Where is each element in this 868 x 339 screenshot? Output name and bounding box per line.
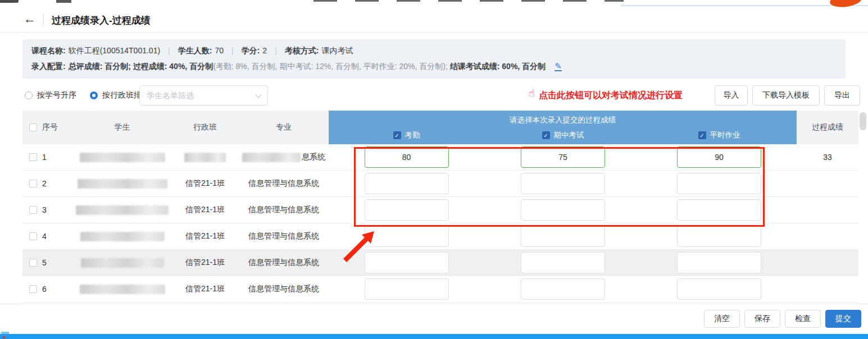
- column-toggle-attendance[interactable]: ✓考勤: [329, 126, 484, 144]
- score-cell: [329, 144, 484, 170]
- row-class: 信管21-1班: [171, 250, 239, 276]
- redacted-student-name: [76, 205, 169, 215]
- row-select-cell: [29, 250, 40, 276]
- row-pad: [22, 250, 29, 276]
- redacted-student-name: [78, 179, 167, 189]
- row-seq: 6: [40, 276, 73, 302]
- row-process-score: [797, 250, 858, 276]
- row-select-cell: [29, 276, 40, 302]
- clear-button[interactable]: 清空: [704, 310, 740, 328]
- score-input-attendance[interactable]: [365, 199, 449, 221]
- row-checkbox[interactable]: [29, 153, 37, 161]
- score-input-homework[interactable]: [677, 199, 761, 221]
- radio-sort-by-id-label[interactable]: 按学号升序: [37, 90, 76, 100]
- footer-divider: [0, 304, 868, 304]
- score-cell: [484, 144, 642, 170]
- score-cell: [329, 197, 484, 223]
- column-toggle-homework[interactable]: ✓平时作业: [642, 126, 797, 144]
- page-title: 过程成绩录入-过程成绩: [52, 14, 151, 27]
- row-checkbox[interactable]: [29, 285, 37, 293]
- redacted-student-name: [80, 153, 165, 162]
- score-input-homework[interactable]: [677, 226, 761, 247]
- score-group-header: 请选择本次录入提交的过程成绩 ✓考勤 ✓期中考试 ✓平时作业: [329, 111, 797, 144]
- separator: |: [275, 46, 277, 55]
- row-select-cell: [29, 171, 40, 196]
- score-input-midterm[interactable]: [521, 173, 605, 194]
- redacted-student-name: [80, 232, 165, 241]
- score-input-attendance[interactable]: [365, 146, 449, 168]
- row-class: 信管21-1班: [171, 276, 239, 302]
- submit-button[interactable]: 提交: [825, 310, 861, 328]
- attendance-checkbox[interactable]: ✓: [393, 131, 401, 139]
- student-filter-select[interactable]: 学生名单筛选: [139, 85, 268, 106]
- midterm-checkbox[interactable]: ✓: [542, 131, 550, 139]
- row-student: [73, 223, 171, 249]
- score-input-midterm[interactable]: [521, 146, 605, 168]
- score-input-midterm[interactable]: [521, 252, 605, 273]
- row-student: [73, 171, 171, 196]
- table-row: 3信管21-1班信息管理与信息系统: [22, 197, 858, 223]
- score-input-attendance[interactable]: [365, 252, 449, 273]
- check-button[interactable]: 检查: [785, 310, 821, 328]
- redacted-major: [242, 153, 301, 162]
- score-input-attendance[interactable]: [365, 278, 449, 300]
- score-input-attendance[interactable]: [365, 226, 449, 247]
- redacted-student-name: [80, 285, 165, 294]
- pointing-hand-icon: ☝: [529, 87, 535, 99]
- score-cell: [484, 276, 642, 302]
- row-major-visible-text: 息系统: [302, 152, 325, 162]
- row-pad: [22, 197, 29, 223]
- row-major: 信息管理与信息系统: [239, 171, 329, 196]
- score-input-homework[interactable]: [677, 146, 761, 168]
- orange-cursor-artifact: [829, 0, 863, 9]
- score-group-title: 请选择本次录入提交的过程成绩: [329, 111, 797, 126]
- row-class: 信管21-1班: [171, 197, 239, 223]
- radio-sort-by-id[interactable]: [25, 91, 33, 99]
- homework-label: 平时作业: [710, 130, 740, 140]
- back-arrow-icon[interactable]: ←: [24, 12, 36, 26]
- separator: |: [168, 46, 170, 55]
- credit-value: 2: [262, 46, 267, 55]
- top-window-fragment: [0, 0, 19, 3]
- edit-config-icon[interactable]: ✎: [555, 62, 562, 71]
- row-process-score: [797, 223, 858, 249]
- row-checkbox[interactable]: [29, 206, 37, 214]
- export-button[interactable]: 导出: [824, 85, 860, 106]
- score-input-midterm[interactable]: [521, 278, 605, 300]
- score-input-midterm[interactable]: [521, 199, 605, 221]
- select-all-checkbox[interactable]: [29, 123, 37, 131]
- radio-sort-by-class[interactable]: [90, 91, 98, 99]
- row-checkbox[interactable]: [29, 232, 37, 240]
- row-student: [73, 144, 171, 170]
- row-seq: 1: [40, 144, 73, 170]
- row-checkbox[interactable]: [29, 259, 37, 267]
- column-header-class: 行政班: [171, 111, 239, 144]
- score-input-homework[interactable]: [677, 252, 761, 273]
- entry-config-tail: 结课考试成绩: 60%, 百分制: [450, 62, 546, 71]
- save-button[interactable]: 保存: [744, 310, 780, 328]
- table-body: 1息系统332信管21-1班信息管理与信息系统3信管21-1班信息管理与信息系统…: [22, 144, 858, 304]
- row-pad: [22, 171, 29, 196]
- row-seq: 5: [40, 250, 73, 276]
- row-checkbox[interactable]: [29, 180, 37, 187]
- homework-checkbox[interactable]: ✓: [698, 131, 706, 139]
- score-input-homework[interactable]: [677, 278, 761, 300]
- score-input-midterm[interactable]: [521, 226, 605, 247]
- row-select-cell: [29, 144, 40, 170]
- course-info-panel: 课程名称:软件工程(100514T001.01)|学生人数:70|学分:2|考核…: [22, 39, 846, 79]
- score-input-attendance[interactable]: [365, 173, 449, 194]
- vertical-scrollbar-thumb[interactable]: [860, 112, 866, 130]
- table-header: 序号 学生 行政班 专业 请选择本次录入提交的过程成绩 ✓考勤 ✓期中考试 ✓平…: [22, 111, 858, 144]
- grade-entry-page: ← 过程成绩录入-过程成绩 课程名称:软件工程(100514T001.01)|学…: [0, 0, 868, 339]
- top-window-fragment: [313, 0, 624, 2]
- top-window-fragment: [56, 0, 71, 3]
- entry-config-line: 录入配置:总评成绩: 百分制; 过程成绩: 40%, 百分制(考勤: 8%, 百…: [31, 62, 562, 72]
- column-toggle-midterm[interactable]: ✓期中考试: [484, 126, 642, 144]
- row-select-cell: [29, 223, 40, 249]
- row-major: 信息管理与信息系统: [239, 197, 329, 223]
- score-cell: [642, 276, 797, 302]
- score-input-homework[interactable]: [677, 173, 761, 194]
- download-template-button[interactable]: 下载导入模板: [752, 85, 820, 106]
- score-cell: [329, 223, 484, 249]
- import-button[interactable]: 导入: [715, 85, 748, 106]
